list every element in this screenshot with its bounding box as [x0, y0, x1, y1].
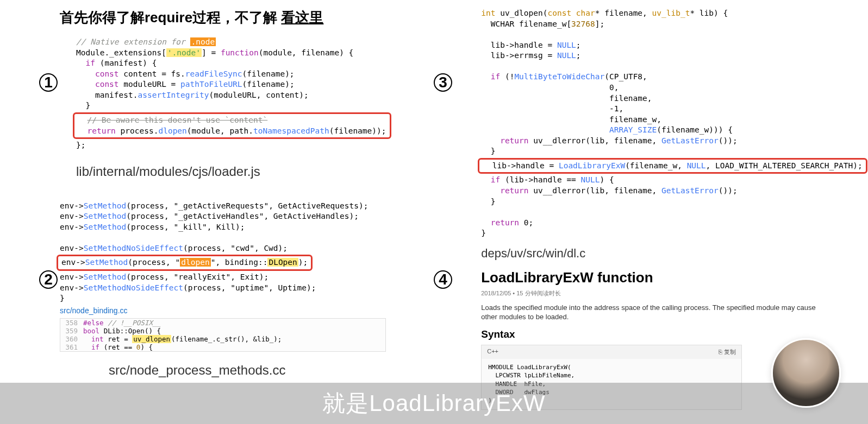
code-text: (process, "_getActiveHandles", GetActive… — [126, 212, 359, 220]
code-text: 0, — [609, 83, 619, 92]
code-text: env-> — [61, 258, 85, 267]
code-text: Module._extensions[ — [76, 48, 166, 57]
subtitle-text: 就是LoadLibraryExW — [322, 388, 545, 419]
code-text: * filename, — [595, 9, 652, 17]
kw-if: if — [491, 72, 500, 81]
path-label-1: lib/internal/modules/cjs/loader.js — [76, 164, 447, 179]
kw-const: const — [95, 80, 119, 88]
code-text: moduleURL = — [119, 80, 181, 88]
kw-if: if — [85, 59, 95, 67]
doc-meta: 2018/12/05 • 15 分钟阅读时长 — [481, 289, 864, 298]
line-number: 360 — [60, 335, 83, 343]
kw-null: NULL — [581, 175, 600, 184]
mini-line: 361 if (ret == 0) { — [60, 343, 385, 351]
code-text: lib->handle = — [492, 161, 559, 170]
fn-assertintegrity: assertIntegrity — [138, 91, 209, 99]
code-text: (filename_w, — [625, 161, 687, 170]
path-label-2: src/node_process_methods.cc — [109, 363, 447, 378]
fn-setmethod: SetMethod — [84, 201, 127, 210]
code-text: process. — [116, 126, 159, 135]
line-number: 358 — [60, 319, 83, 327]
fn-getlasterror: GetLastError — [661, 136, 719, 145]
fn-pathtofileurl: pathToFileURL — [180, 80, 242, 88]
highlight-node-ext: .node — [190, 37, 216, 46]
code-text: ret = — [104, 335, 133, 343]
kw-const: const — [547, 9, 571, 17]
fn-setmethod: SetMethod — [85, 258, 128, 267]
code-text: ) { — [140, 343, 153, 351]
kw-bool: bool — [83, 327, 99, 335]
code-text: (moduleURL, content); — [209, 91, 308, 99]
mini-code-snippet: 358#else // !__POSIX__ 359bool DLib::Ope… — [60, 318, 386, 352]
code-block-2: env->SetMethod(process, "_getActiveReque… — [60, 201, 447, 304]
fn-setmethod: SetMethod — [84, 223, 127, 231]
redbox-dlopen-call: // Be aware this doesn't use `content` r… — [73, 112, 391, 139]
copy-button[interactable]: ⎘ 复制 — [719, 348, 736, 356]
code-text: (process, "reallyExit", Exit); — [126, 273, 268, 281]
code-text: (process, "cwd", Cwd); — [183, 244, 288, 252]
code-text: (process, "_getActiveRequests", GetActiv… — [126, 201, 368, 210]
presenter-avatar — [771, 338, 841, 408]
highlight-dlopen-fn: DLOpen — [267, 258, 298, 267]
syntax-header: C++ ⎘ 复制 — [482, 345, 741, 359]
marker-2: 2 — [39, 270, 58, 289]
code-text: env-> — [60, 201, 84, 210]
kw-if: if — [491, 175, 500, 184]
code-text: (process, " — [128, 258, 180, 267]
code-brace: } — [481, 229, 486, 237]
kw-return: return — [491, 218, 519, 227]
code-text: (lib, filename, — [585, 186, 661, 195]
code-text: filename, — [609, 94, 652, 103]
source-link[interactable]: src/node_binding.cc — [60, 306, 447, 315]
kw-const: const — [95, 69, 119, 78]
right-column: int uv_dlopen(const char* filename, uv_l… — [458, 8, 864, 383]
kw-function: function — [221, 48, 259, 57]
redbox-dlopen-bind: env->SetMethod(process, "dlopen", bindin… — [57, 255, 313, 271]
code-text: lib->handle = — [491, 41, 557, 49]
num-literal: 32768 — [571, 20, 595, 28]
code-text: ; — [576, 41, 581, 49]
code-text: (module, filename) { — [259, 48, 354, 57]
kw-null: NULL — [557, 51, 576, 60]
code-text: ); — [298, 258, 308, 267]
fn-getlasterror: GetLastError — [661, 186, 719, 195]
kw-return: return — [500, 136, 528, 145]
slide: 1 2 3 4 首先你得了解require过程，不了解 看这里 // Nativ… — [0, 0, 868, 383]
fn-loadlibraryexw: LoadLibraryExW — [559, 161, 625, 170]
code-text: WCHAR filename_w[ — [491, 20, 571, 28]
code-text: lib->errmsg = — [491, 51, 557, 60]
fn-arraysize: ARRAY_SIZE — [609, 125, 657, 134]
code-text: ", binding:: — [211, 258, 268, 267]
code-block-1: // Native extension for .node Module._ex… — [76, 37, 447, 151]
code-text: env-> — [60, 273, 84, 281]
marker-4: 4 — [434, 270, 452, 289]
code-text: uv__dlerror — [529, 136, 586, 145]
code-text: env-> — [60, 283, 84, 292]
code-text: ]; — [595, 20, 604, 28]
heading-link[interactable]: 看这里 — [281, 9, 323, 26]
heading-prefix: 首先你得了解require过程，不了解 — [60, 9, 277, 26]
code-brace: } — [491, 197, 496, 206]
path-label-3: deps/uv/src/win/dl.c — [481, 246, 864, 261]
mini-line: 359bool DLib::Open() { — [60, 327, 385, 335]
subtitle-bar: 就是LoadLibraryExW — [0, 383, 868, 424]
code-text: (process, "_kill", Kill); — [126, 223, 245, 231]
left-column: 首先你得了解require过程，不了解 看这里 // Native extens… — [38, 8, 458, 383]
code-text: (lib, filename, — [585, 136, 661, 145]
page-heading: 首先你得了解require过程，不了解 看这里 — [60, 8, 447, 27]
line-number: 359 — [60, 327, 83, 335]
kw-return: return — [500, 186, 528, 195]
doc-body: Loads the specified module into the addr… — [481, 303, 831, 322]
code-text: uv_dlopen — [495, 9, 542, 17]
fn-readfilesync: readFileSync — [185, 69, 242, 78]
code-text: ) { — [600, 175, 614, 184]
code-text: ; — [576, 51, 581, 60]
code-text: env-> — [60, 244, 84, 252]
code-text: (filename)); — [329, 126, 386, 135]
code-comment: // !__POSIX__ — [104, 319, 161, 327]
line-number: 361 — [60, 343, 83, 351]
code-text: (filename_w))) { — [657, 125, 733, 134]
code-brace: } — [85, 101, 90, 110]
kw-return: return — [87, 126, 115, 135]
code-brace: } — [60, 294, 65, 302]
